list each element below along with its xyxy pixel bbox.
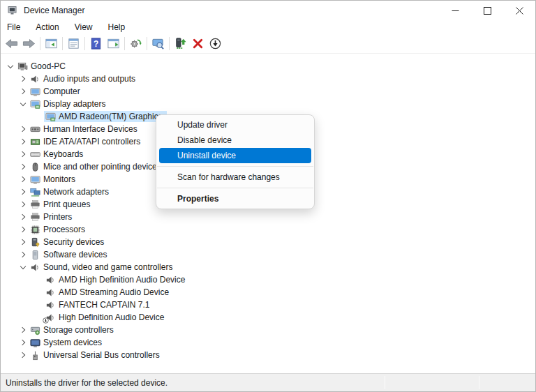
toolbar-separator [40,37,40,50]
chevron-right-icon[interactable] [17,149,29,160]
tree-item-good-pc[interactable]: Good-PC [1,60,535,73]
tree-item-storage-controllers[interactable]: Storage controllers [1,324,535,336]
chevron-right-icon[interactable] [17,224,29,235]
toolbar-separator [124,37,125,50]
tree-item-amd-streaming-audio[interactable]: AMD Streaming Audio Device [1,286,535,299]
uninstall-device-button[interactable] [189,36,207,52]
minimize-icon [452,7,459,15]
chevron-right-icon[interactable] [17,86,29,97]
tree-item-fantech-captain-71[interactable]: FANTECH CAPTAIN 7.1 [1,299,535,311]
chevron-right-icon[interactable] [17,161,29,172]
computer-icon [17,61,28,72]
properties-button[interactable] [65,36,82,52]
menu-view[interactable]: View [72,21,100,33]
context-menu-item-update-driver[interactable]: Update driver [159,117,311,133]
chevron-right-icon[interactable] [17,186,29,197]
show-console-tree-button[interactable] [43,36,60,52]
device-manager-app-icon [7,5,18,16]
tree-item-universal-serial-bus-controllers[interactable]: Universal Serial Bus controllers [1,349,535,361]
device-manager-window: Device Manager File Action View Help [0,0,536,392]
computer-search-icon [151,37,165,50]
chevron-down-icon[interactable] [17,262,29,273]
ide-controller-icon [29,136,40,147]
chevron-right-icon[interactable] [17,73,29,84]
tree-item-software-devices[interactable]: Software devices [1,248,535,261]
chevron-right-icon[interactable] [17,174,29,185]
speaker-icon [29,262,40,273]
tree-item-computer[interactable]: Computer [1,85,535,98]
chevron-slot-empty [33,299,44,310]
context-menu-item-disable-device[interactable]: Disable device [159,133,311,148]
chevron-right-icon[interactable] [17,349,29,361]
chevron-right-icon[interactable] [17,123,29,135]
tree-item-label: Monitors [40,174,78,185]
disable-device-button[interactable] [207,36,224,52]
context-menu-item-scan-for-hardware-changes[interactable]: Scan for hardware changes [159,169,311,185]
speaker-icon [45,299,56,310]
system-device-icon [29,337,40,348]
tree-item-label: AMD Radeon(TM) Graphics [56,111,165,122]
forward-icon [22,37,36,50]
chevron-right-icon[interactable] [17,337,29,348]
chevron-right-icon[interactable] [17,211,29,223]
context-menu-item-properties[interactable]: Properties [159,191,311,206]
update-driver-button[interactable] [172,36,189,52]
menu-file[interactable]: File [4,21,27,33]
chevron-right-icon[interactable] [17,236,29,248]
menu-help[interactable]: Help [105,21,133,33]
toolbar-separator [169,37,170,50]
close-button[interactable] [503,1,535,20]
show-action-pane-button[interactable] [105,36,122,52]
chevron-right-icon[interactable] [17,324,29,336]
title-bar: Device Manager [1,1,535,20]
tree-item-label: Printers [40,211,75,223]
tree-item-label: Good-PC [28,61,68,72]
context-menu-separator [157,166,313,167]
printer-icon [29,211,40,223]
minimize-button[interactable] [439,1,471,20]
monitor-icon [29,86,40,97]
tree-item-printers[interactable]: Printers [1,211,535,223]
computer-search-button[interactable] [149,36,167,52]
chevron-right-icon[interactable] [17,199,29,210]
maximize-button[interactable] [471,1,503,20]
software-device-icon [29,249,40,260]
maximize-icon [484,7,491,15]
back-button[interactable] [3,36,20,52]
device-tree: Good-PC Audio inputs and outputs Compute… [1,54,535,373]
toolbar [1,34,535,54]
tree-item-label: AMD Streaming Audio Device [56,287,172,298]
tree-item-label: Audio inputs and outputs [40,73,138,84]
chevron-slot-empty [33,111,44,122]
tree-item-system-devices[interactable]: System devices [1,336,535,349]
forward-button[interactable] [20,36,38,52]
tree-item-processors[interactable]: Processors [1,223,535,236]
tree-item-label: Security devices [40,236,107,248]
help-icon [89,37,103,50]
hid-icon [29,123,40,135]
menu-action[interactable]: Action [33,21,66,33]
tree-item-label: Computer [40,86,83,97]
scan-hardware-changes-button[interactable] [127,36,144,52]
speaker-disabled-icon [45,312,56,323]
chevron-right-icon[interactable] [17,249,29,260]
tree-item-display-adapters[interactable]: Display adapters [1,98,535,110]
tree-item-label: Mice and other pointing devices [40,161,164,172]
tree-item-label: System devices [40,337,105,348]
tree-item-security-devices[interactable]: Security devices [1,236,535,248]
tree-item-label: Human Interface Devices [40,123,140,135]
context-menu-item-uninstall-device[interactable]: Uninstall device [159,148,311,163]
chevron-right-icon[interactable] [17,136,29,147]
processor-icon [29,224,40,235]
tree-item-sound-video-game-controllers[interactable]: Sound, video and game controllers [1,261,535,273]
chevron-down-icon[interactable] [5,61,16,72]
tree-item-label: Keyboards [40,149,86,160]
back-icon [5,37,18,50]
help-button[interactable] [87,36,105,52]
tree-item-label: IDE ATA/ATAPI controllers [40,136,143,147]
tree-item-amd-high-definition-audio[interactable]: AMD High Definition Audio Device [1,273,535,286]
tree-item-high-definition-audio-disabled[interactable]: High Definition Audio Device [1,311,535,324]
tree-item-audio-inputs-and-outputs[interactable]: Audio inputs and outputs [1,73,535,85]
chevron-down-icon[interactable] [17,98,29,110]
window-title: Device Manager [24,6,84,15]
